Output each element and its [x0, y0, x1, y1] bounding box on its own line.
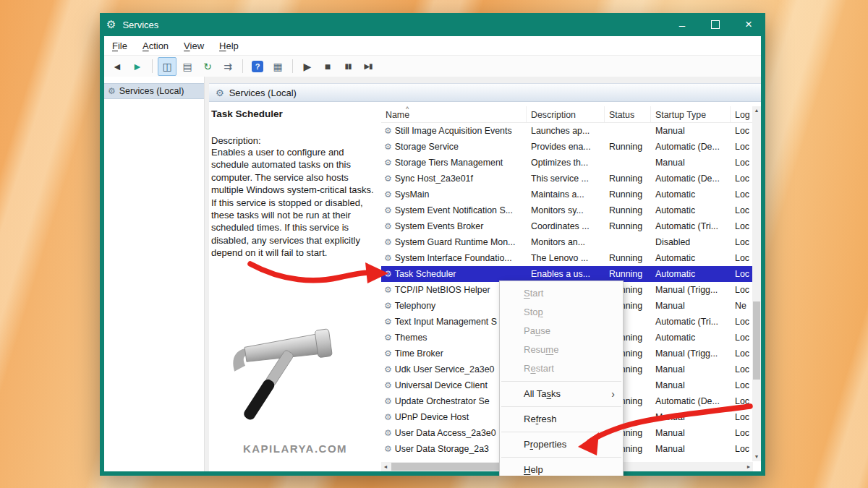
column-header-description[interactable]: Description: [527, 106, 605, 122]
toolbar-separator: [242, 59, 243, 73]
service-gear-icon: ⚙: [384, 123, 392, 139]
menu-view[interactable]: View: [184, 40, 204, 51]
service-gear-icon: ⚙: [384, 266, 392, 282]
list-header-row: Name^DescriptionStatusStartup TypeLog: [381, 106, 753, 123]
service-gear-icon: ⚙: [384, 409, 392, 425]
context-menu-item-refresh[interactable]: Refresh: [500, 410, 623, 429]
service-gear-icon: ⚙: [384, 139, 392, 155]
column-header-startup-type[interactable]: Startup Type: [651, 106, 731, 122]
context-menu-item-resume: Resume: [500, 341, 623, 359]
extended-view-icon[interactable]: ▦: [268, 57, 287, 76]
service-gear-icon: ⚙: [384, 425, 392, 441]
service-gear-icon: ⚙: [384, 234, 392, 250]
service-gear-icon: ⚙: [384, 361, 392, 377]
vertical-scroll-thumb[interactable]: [753, 301, 760, 380]
maximize-button[interactable]: [699, 13, 732, 36]
menu-help[interactable]: Help: [219, 40, 239, 51]
service-row-system-interface-foundatio[interactable]: ⚙System Interface Foundatio...The Lenovo…: [381, 250, 753, 266]
back-icon[interactable]: ◄: [108, 57, 127, 76]
service-gear-icon: ⚙: [384, 314, 392, 330]
pause-service-icon[interactable]: ▮▮: [339, 57, 357, 76]
service-gear-icon: ⚙: [384, 330, 392, 346]
service-gear-icon: ⚙: [384, 298, 392, 314]
context-menu-item-pause: Pause: [500, 322, 623, 341]
restart-service-icon[interactable]: ▶▮: [359, 57, 378, 76]
context-menu: StartStopPauseResumeRestartAll Tasks›Ref…: [499, 281, 624, 476]
services-panel: ⚙ Services (Local) Task Scheduler Descri…: [209, 77, 761, 471]
column-header-name[interactable]: Name^: [381, 106, 527, 122]
service-gear-icon: ⚙: [384, 282, 392, 298]
services-icon: ⚙: [216, 87, 224, 98]
titlebar[interactable]: ⚙ Services – ×: [100, 13, 765, 36]
menu-action[interactable]: Action: [142, 40, 169, 51]
toolbar-separator: [292, 59, 293, 73]
column-header-log[interactable]: Log: [731, 106, 752, 122]
main-area: ⚙Services (Local) ⚙ Services (Local) Tas…: [104, 77, 761, 471]
service-gear-icon: ⚙: [384, 187, 392, 202]
start-service-icon[interactable]: ▶: [298, 57, 317, 76]
context-menu-item-all-tasks[interactable]: All Tasks›: [500, 385, 623, 403]
service-row-system-guard-runtime-mon[interactable]: ⚙System Guard Runtime Mon...Monitors an.…: [381, 234, 753, 250]
service-row-sysmain[interactable]: ⚙SysMainMaintains a...RunningAutomaticLo…: [381, 187, 753, 202]
column-header-status[interactable]: Status: [605, 106, 651, 122]
tree-item-services-local[interactable]: ⚙Services (Local): [104, 83, 204, 99]
minimize-button[interactable]: –: [665, 13, 699, 36]
scroll-up-icon[interactable]: ▲: [752, 106, 761, 115]
menu-separator: [501, 457, 621, 458]
watermark-text: KAPILARYA.COM: [209, 442, 381, 455]
service-gear-icon: ⚙: [384, 171, 392, 187]
scroll-left-icon[interactable]: ◄: [381, 462, 390, 471]
close-button[interactable]: ×: [732, 13, 765, 36]
context-menu-item-start: Start: [500, 284, 623, 303]
submenu-arrow-icon: ›: [611, 385, 615, 403]
service-gear-icon: ⚙: [384, 155, 392, 171]
service-row-storage-tiers-management[interactable]: ⚙Storage Tiers ManagementOptimizes th...…: [381, 155, 753, 171]
window-content: FileActionViewHelp ◄►◫▤↻⇉?▦▶■▮▮▶▮ ⚙Servi…: [104, 36, 761, 471]
service-row-system-events-broker[interactable]: ⚙System Events BrokerCoordinates ...Runn…: [381, 218, 753, 234]
description-label: Description:: [211, 135, 380, 146]
service-row-still-image-acquisition-events[interactable]: ⚙Still Image Acquisition EventsLaunches …: [381, 123, 753, 139]
scroll-right-icon[interactable]: ►: [744, 462, 753, 471]
screenshot-stage: ⚙ Services – × FileActionViewHelp ◄►◫▤↻⇉…: [0, 0, 868, 488]
stop-service-icon[interactable]: ■: [318, 57, 337, 76]
service-row-sync-host-2a3e01f[interactable]: ⚙Sync Host_2a3e01fThis service ...Runnin…: [381, 171, 753, 187]
menu-separator: [501, 406, 621, 407]
menu-file[interactable]: File: [112, 40, 127, 51]
menu-separator: [501, 432, 621, 432]
description-text: Enables a user to configure and schedule…: [211, 146, 380, 260]
console-tree-panel: ⚙Services (Local): [104, 77, 205, 471]
context-menu-item-properties[interactable]: Properties: [500, 435, 623, 454]
context-menu-item-help[interactable]: Help: [500, 461, 623, 476]
service-row-storage-service[interactable]: ⚙Storage ServiceProvides ena...RunningAu…: [381, 139, 753, 155]
service-gear-icon: ⚙: [384, 377, 392, 393]
panel-top-strip: [209, 77, 761, 83]
panel-header-label: Services (Local): [229, 87, 297, 98]
service-gear-icon: ⚙: [384, 393, 392, 409]
help-icon[interactable]: ?: [248, 57, 267, 76]
services-window: ⚙ Services – × FileActionViewHelp ◄►◫▤↻⇉…: [100, 13, 765, 476]
window-title: Services: [122, 20, 158, 30]
refresh-icon[interactable]: ↻: [198, 57, 217, 76]
service-gear-icon: ⚙: [384, 202, 392, 218]
tree-item-label: Services (Local): [119, 86, 184, 96]
show-console-tree-icon[interactable]: ◫: [158, 57, 176, 76]
service-row-system-event-notification-s[interactable]: ⚙System Event Notification S...Monitors …: [381, 202, 753, 218]
toolbar: ◄►◫▤↻⇉?▦▶■▮▮▶▮: [104, 55, 761, 77]
panel-header: ⚙ Services (Local): [209, 83, 761, 102]
export-list-icon[interactable]: ⇉: [218, 57, 237, 76]
hammer-watermark-image: [227, 325, 349, 441]
context-menu-item-stop: Stop: [500, 303, 623, 322]
selected-service-name: Task Scheduler: [211, 108, 380, 119]
services-icon: ⚙: [108, 86, 116, 96]
extended-description-pane: Task Scheduler Description: Enables a us…: [211, 108, 380, 260]
forward-icon[interactable]: ►: [128, 57, 147, 76]
service-row-task-scheduler[interactable]: ⚙Task SchedulerEnables a us...RunningAut…: [381, 266, 753, 282]
menu-separator: [501, 381, 621, 382]
service-gear-icon: ⚙: [384, 218, 392, 234]
service-gear-icon: ⚙: [384, 250, 392, 266]
vertical-scrollbar[interactable]: ▲ ▼: [752, 106, 761, 461]
scroll-down-icon[interactable]: ▼: [752, 453, 761, 461]
sort-ascending-icon: ^: [406, 106, 409, 113]
properties-icon[interactable]: ▤: [178, 57, 197, 76]
toolbar-separator: [152, 59, 153, 73]
